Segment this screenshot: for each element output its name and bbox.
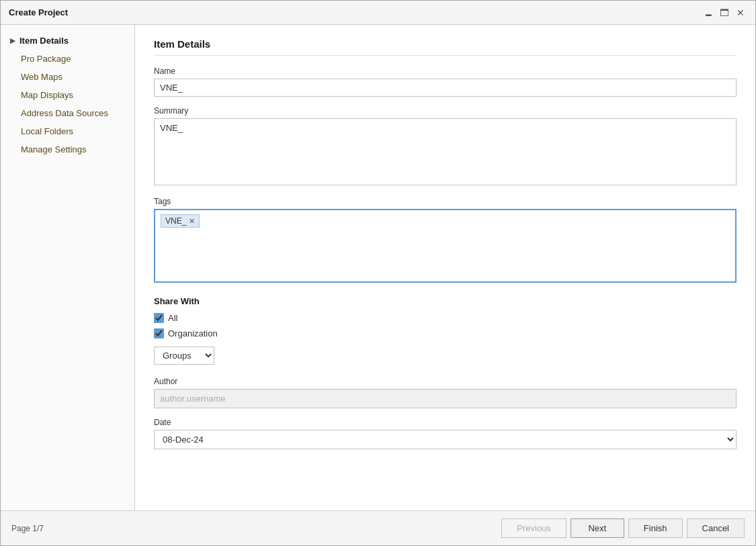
arrow-icon: ▶ bbox=[10, 37, 15, 44]
finish-button[interactable]: Finish bbox=[628, 518, 683, 538]
sidebar-label-map-displays: Map Displays bbox=[10, 90, 73, 100]
share-all-label: All bbox=[168, 313, 177, 323]
panel-title: Item Details bbox=[154, 38, 737, 56]
window-controls: 🗕 🗖 ✕ bbox=[702, 6, 747, 19]
previous-button[interactable]: Previous bbox=[501, 518, 566, 538]
sidebar-label-web-maps: Web Maps bbox=[10, 72, 62, 82]
tags-container[interactable]: VNE_ ✕ bbox=[154, 209, 737, 283]
sidebar-item-address-data-sources[interactable]: Address Data Sources bbox=[1, 104, 134, 122]
sidebar-label-item-details: Item Details bbox=[19, 36, 69, 46]
share-all-checkbox[interactable] bbox=[154, 313, 164, 323]
sidebar-item-manage-settings[interactable]: Manage Settings bbox=[1, 140, 134, 158]
tag-vne: VNE_ ✕ bbox=[161, 214, 200, 228]
sidebar-label-local-folders: Local Folders bbox=[10, 126, 73, 136]
sidebar-item-web-maps[interactable]: Web Maps bbox=[1, 68, 134, 86]
share-all-row: All bbox=[154, 313, 737, 323]
date-select[interactable]: 08-Dec-24 bbox=[154, 430, 737, 449]
share-org-label: Organization bbox=[168, 328, 218, 338]
summary-label: Summary bbox=[154, 106, 737, 116]
footer: Page 1/7 Previous Next Finish Cancel bbox=[1, 510, 755, 545]
name-label: Name bbox=[154, 66, 737, 76]
name-input[interactable] bbox=[154, 79, 737, 97]
tags-label: Tags bbox=[154, 197, 737, 206]
create-project-dialog: Create Project 🗕 🗖 ✕ ▶ Item Details Pro … bbox=[0, 0, 756, 546]
sidebar-item-local-folders[interactable]: Local Folders bbox=[1, 122, 134, 140]
sidebar-label-pro-package: Pro Package bbox=[10, 54, 71, 64]
sidebar-item-pro-package[interactable]: Pro Package bbox=[1, 50, 134, 68]
sidebar-label-manage-settings: Manage Settings bbox=[10, 144, 87, 154]
restore-button[interactable]: 🗖 bbox=[718, 6, 731, 19]
date-label: Date bbox=[154, 418, 737, 427]
page-info: Page 1/7 bbox=[11, 524, 44, 533]
minimize-button[interactable]: 🗕 bbox=[702, 6, 715, 19]
author-label: Author bbox=[154, 377, 737, 386]
sidebar-label-address-data-sources: Address Data Sources bbox=[10, 108, 108, 118]
summary-input[interactable]: VNE_ bbox=[154, 118, 737, 185]
tag-remove-button[interactable]: ✕ bbox=[189, 218, 195, 225]
groups-select[interactable]: Groups bbox=[154, 347, 214, 365]
sidebar-item-map-displays[interactable]: Map Displays bbox=[1, 86, 134, 104]
sidebar-item-item-details[interactable]: ▶ Item Details bbox=[1, 32, 134, 50]
close-button[interactable]: ✕ bbox=[734, 6, 747, 19]
share-org-checkbox[interactable] bbox=[154, 328, 164, 338]
sidebar: ▶ Item Details Pro Package Web Maps Map … bbox=[1, 25, 135, 510]
content-area: ▶ Item Details Pro Package Web Maps Map … bbox=[1, 25, 755, 510]
footer-buttons: Previous Next Finish Cancel bbox=[501, 518, 745, 538]
title-bar: Create Project 🗕 🗖 ✕ bbox=[1, 1, 755, 25]
main-panel: Item Details Name Summary VNE_ Tags VNE_… bbox=[135, 25, 755, 510]
share-with-title: Share With bbox=[154, 296, 737, 306]
share-org-row: Organization bbox=[154, 328, 737, 338]
tag-text: VNE_ bbox=[165, 216, 186, 226]
author-field: author.username bbox=[154, 389, 737, 408]
next-button[interactable]: Next bbox=[571, 518, 624, 538]
dialog-title: Create Project bbox=[9, 7, 68, 17]
cancel-button[interactable]: Cancel bbox=[687, 518, 745, 538]
